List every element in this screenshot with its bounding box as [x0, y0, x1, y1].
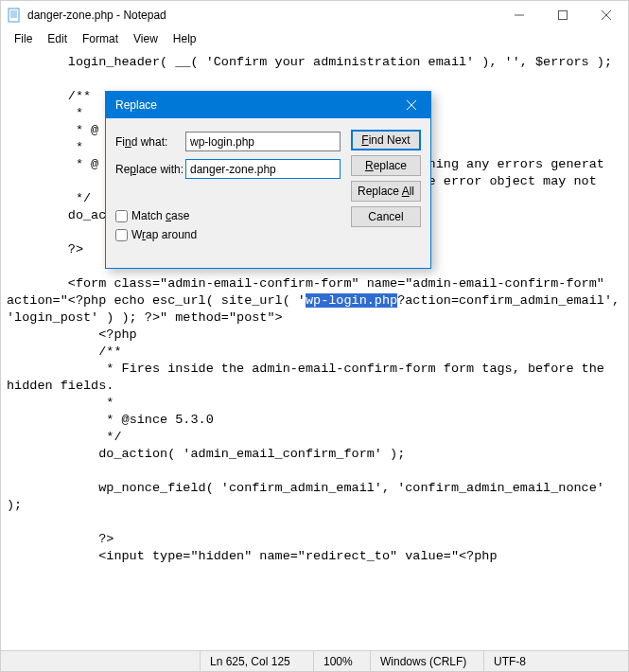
code-line: * — [7, 140, 83, 154]
menu-view[interactable]: View — [126, 32, 166, 45]
status-line-ending: Windows (CRLF) — [370, 651, 483, 671]
find-next-button[interactable]: Find Next — [351, 130, 421, 150]
status-encoding: UTF-8 — [483, 651, 628, 671]
svg-rect-6 — [559, 11, 568, 20]
replace-all-button[interactable]: Replace All — [351, 181, 421, 202]
code-line: login_header( __( 'Confirm your administ… — [7, 55, 612, 69]
cancel-button[interactable]: Cancel — [351, 206, 421, 227]
menu-format[interactable]: Format — [75, 32, 126, 45]
dialog-titlebar[interactable]: Replace — [106, 92, 430, 118]
window-title: danger-zone.php - Notepad — [27, 9, 166, 22]
code-line: /** — [7, 345, 122, 359]
code-line: ?> — [7, 532, 114, 546]
menu-help[interactable]: Help — [166, 32, 204, 45]
selected-text: wp-login.php — [306, 293, 397, 308]
replace-button[interactable]: Replace — [351, 155, 421, 176]
code-line: do_action( 'admin_email_confirm_form' ); — [7, 447, 405, 461]
menu-file[interactable]: File — [7, 32, 40, 45]
wrap-around-box[interactable] — [115, 229, 128, 241]
window-titlebar: danger-zone.php - Notepad — [1, 1, 628, 29]
statusbar: Ln 625, Col 125 100% Windows (CRLF) UTF-… — [1, 650, 628, 671]
wrap-around-checkbox[interactable]: Wrap around — [115, 228, 197, 241]
code-line: ?> — [7, 242, 83, 256]
code-line: */ — [7, 430, 122, 444]
code-line: <?php — [7, 327, 137, 342]
code-line: */ — [7, 191, 91, 205]
code-line: * @ — [7, 157, 98, 171]
code-line: * @since 5.3.0 — [7, 413, 214, 427]
match-case-box[interactable] — [115, 210, 128, 222]
close-button[interactable] — [585, 1, 628, 29]
match-case-checkbox[interactable]: Match case — [115, 209, 197, 222]
code-line: /** — [7, 89, 91, 103]
dialog-close-button[interactable] — [393, 92, 430, 118]
code-line: * @ — [7, 123, 106, 137]
replace-dialog: Replace Find what: Replace with: Match c… — [105, 91, 431, 269]
maximize-button[interactable] — [541, 1, 585, 29]
replace-with-label: Replace with: — [115, 163, 185, 176]
menubar: File Edit Format View Help — [1, 29, 628, 48]
find-what-label: Find what: — [115, 135, 185, 149]
code-line: * Fires inside the admin-email-confirm-f… — [7, 362, 612, 393]
code-line: * — [7, 106, 83, 120]
notepad-icon — [7, 8, 22, 23]
code-line: * — [7, 396, 114, 410]
menu-edit[interactable]: Edit — [40, 32, 75, 45]
minimize-button[interactable] — [498, 1, 541, 29]
code-line: <input type="hidden" name="redirect_to" … — [7, 549, 498, 563]
find-what-input[interactable] — [185, 132, 341, 151]
status-position: Ln 625, Col 125 — [200, 651, 313, 671]
replace-with-input[interactable] — [185, 159, 341, 179]
status-zoom: 100% — [313, 651, 370, 671]
code-line: wp_nonce_field( 'confirm_admin_email', '… — [7, 481, 612, 512]
window-controls — [498, 1, 628, 29]
dialog-title: Replace — [115, 98, 157, 112]
